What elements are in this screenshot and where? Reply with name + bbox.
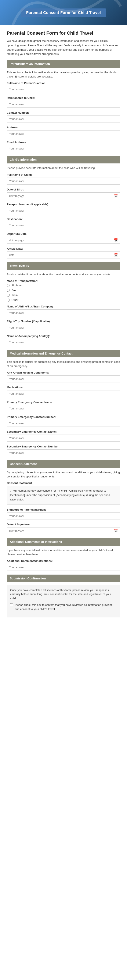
label-accompanying-adults: Name of Accompanying Adult(s): xyxy=(7,334,120,338)
field-passport: Passport Number (if applicable): xyxy=(7,203,120,214)
main-content: Parental Consent Form for Child Travel W… xyxy=(0,25,127,622)
field-primary-contact-number: Primary Emergency Contact Number: xyxy=(7,415,120,427)
consent-statement-box: I, [Full Name], hereby give consent for … xyxy=(7,486,120,504)
field-medications: Medications: xyxy=(7,386,120,397)
input-additional-comments[interactable] xyxy=(7,564,120,571)
input-contact-number[interactable] xyxy=(7,116,120,123)
submission-desc: Once you have completed all sections of … xyxy=(10,588,117,601)
field-primary-contact-name: Primary Emergency Contact Name: xyxy=(7,401,120,412)
input-secondary-contact-name[interactable] xyxy=(7,434,120,442)
field-arrival-date: Arrival Date: 📅 xyxy=(7,247,120,258)
input-full-name-parent[interactable] xyxy=(7,86,120,93)
radio-input-airplane[interactable] xyxy=(7,284,10,287)
input-address[interactable] xyxy=(7,130,120,137)
radio-input-bus[interactable] xyxy=(7,289,10,292)
input-arrival-date[interactable] xyxy=(9,253,113,256)
section-header-consent: Consent Statement xyxy=(7,460,120,468)
label-departure-date: Departure Date: xyxy=(7,232,120,235)
section-header-medical: Medical Information and Emergency Contac… xyxy=(7,350,120,357)
section-header-child: Child's Information xyxy=(7,156,120,164)
label-secondary-contact-number: Secondary Emergency Contact Number: xyxy=(7,445,120,448)
field-destination: Destination: xyxy=(7,218,120,229)
submission-checkbox[interactable] xyxy=(10,603,13,606)
field-flight-number: Flight/Trip Number (if applicable): xyxy=(7,320,120,331)
label-address: Address: xyxy=(7,126,120,129)
label-primary-contact-name: Primary Emergency Contact Name: xyxy=(7,401,120,404)
radio-airplane[interactable]: Airplane xyxy=(7,284,120,287)
input-departure-date[interactable] xyxy=(9,239,113,242)
input-destination[interactable] xyxy=(7,222,120,229)
calendar-icon-arrival: 📅 xyxy=(114,253,118,257)
label-signature: Signature of Parent/Guardian: xyxy=(7,508,120,511)
field-mode-transport: Mode of Transportation: Airplane Bus Tra… xyxy=(7,279,120,302)
label-medications: Medications: xyxy=(7,386,120,389)
radio-input-train[interactable] xyxy=(7,294,10,297)
input-email[interactable] xyxy=(7,145,120,152)
label-child-name: Full Name of Child: xyxy=(7,173,120,176)
input-primary-contact-number[interactable] xyxy=(7,420,120,427)
label-relationship: Relationship to Child: xyxy=(7,96,120,99)
input-relationship[interactable] xyxy=(7,101,120,108)
label-dob: Date of Birth: xyxy=(7,188,120,191)
field-contact-number: Contact Number: xyxy=(7,111,120,123)
radio-label-train: Train xyxy=(11,294,18,297)
hero-banner: Parental Consent Form for Child Travel xyxy=(0,0,127,25)
field-dob: Date of Birth: 📅 xyxy=(7,188,120,199)
label-consent-statement: Consent Statement xyxy=(7,482,120,485)
date-wrap-dob: 📅 xyxy=(7,192,120,199)
page-title: Parental Consent Form for Child Travel xyxy=(7,30,120,36)
input-airline-name[interactable] xyxy=(7,309,120,316)
label-flight-number: Flight/Trip Number (if applicable): xyxy=(7,320,120,323)
label-primary-contact-number: Primary Emergency Contact Number: xyxy=(7,415,120,418)
section-header-travel: Travel Details xyxy=(7,262,120,270)
input-flight-number[interactable] xyxy=(7,324,120,331)
field-consent-statement-label: Consent Statement I, [Full Name], hereby… xyxy=(7,482,120,504)
field-child-name: Full Name of Child: xyxy=(7,173,120,185)
field-medical-conditions: Any Known Medical Conditions: xyxy=(7,371,120,382)
radio-label-bus: Bus xyxy=(11,289,16,292)
input-dob[interactable] xyxy=(9,194,113,197)
field-relationship: Relationship to Child: xyxy=(7,96,120,108)
input-date-signature[interactable] xyxy=(9,529,113,532)
label-full-name-parent: Full Name of Parent/Guardian: xyxy=(7,81,120,85)
radio-group-transport: Airplane Bus Train Other xyxy=(7,284,120,302)
label-passport: Passport Number (if applicable): xyxy=(7,203,120,206)
date-wrap-signature: 📅 xyxy=(7,527,120,534)
radio-input-other[interactable] xyxy=(7,299,10,302)
section-header-parent: Parent/Guardian Information xyxy=(7,60,120,68)
field-accompanying-adults: Name of Accompanying Adult(s): xyxy=(7,334,120,346)
section-header-submission: Submission Confirmation xyxy=(7,574,120,582)
field-signature: Signature of Parent/Guardian: xyxy=(7,508,120,519)
section-desc-travel: Provide detailed information about the t… xyxy=(7,272,120,277)
label-additional-comments: Additional Comments/Instructions: xyxy=(7,559,120,563)
calendar-icon-departure: 📅 xyxy=(114,238,118,242)
label-destination: Destination: xyxy=(7,218,120,221)
section-desc-parent: This section collects information about … xyxy=(7,70,120,78)
hero-title: Parental Consent Form for Child Travel xyxy=(26,11,101,15)
field-secondary-contact-number: Secondary Emergency Contact Number: xyxy=(7,445,120,456)
field-address: Address: xyxy=(7,126,120,137)
radio-train[interactable]: Train xyxy=(7,294,120,297)
input-secondary-contact-number[interactable] xyxy=(7,449,120,456)
field-additional-comments: Additional Comments/Instructions: xyxy=(7,559,120,571)
input-signature[interactable] xyxy=(7,512,120,519)
label-medical-conditions: Any Known Medical Conditions: xyxy=(7,371,120,374)
consent-statement-text: I, [Full Name], hereby give consent for … xyxy=(10,489,110,501)
input-medications[interactable] xyxy=(7,390,120,397)
input-child-name[interactable] xyxy=(7,178,120,185)
calendar-icon-dob: 📅 xyxy=(114,194,118,198)
label-mode-transport: Mode of Transportation: xyxy=(7,279,120,283)
hero-title-box: Parental Consent Form for Child Travel xyxy=(21,8,106,17)
input-passport[interactable] xyxy=(7,207,120,214)
radio-label-other: Other xyxy=(11,298,18,302)
input-medical-conditions[interactable] xyxy=(7,375,120,382)
section-desc-additional: If you have any special instructions or … xyxy=(7,548,120,557)
input-accompanying-adults[interactable] xyxy=(7,339,120,346)
label-secondary-contact-name: Secondary Emergency Contact Name: xyxy=(7,430,120,433)
radio-other[interactable]: Other xyxy=(7,298,120,302)
radio-bus[interactable]: Bus xyxy=(7,289,120,292)
submission-checkbox-label: Please check this box to confirm that yo… xyxy=(15,603,117,611)
section-desc-medical: This section is crucial for addressing a… xyxy=(7,360,120,368)
submission-checkbox-item: Please check this box to confirm that yo… xyxy=(10,603,117,611)
input-primary-contact-name[interactable] xyxy=(7,405,120,412)
